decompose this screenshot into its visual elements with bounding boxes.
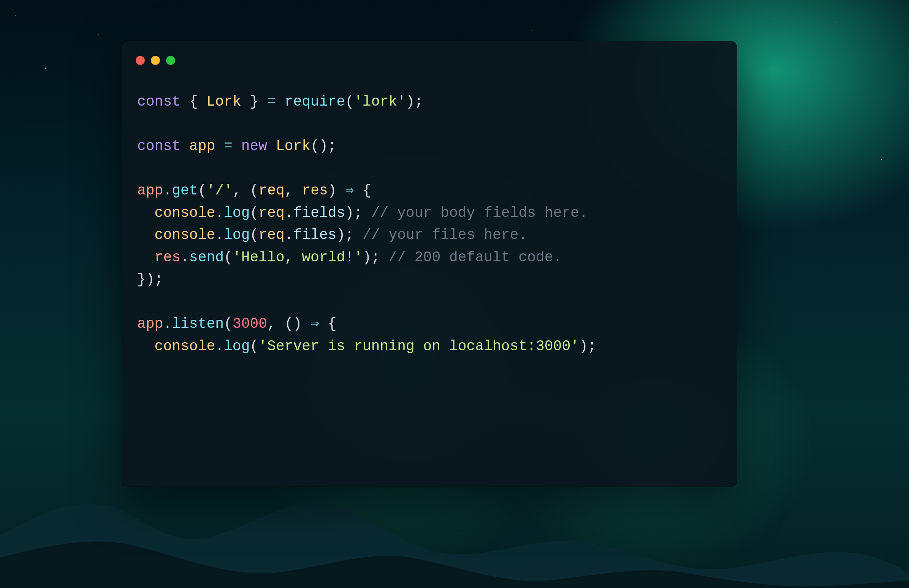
fn-log: log: [224, 338, 250, 354]
identifier-req: req: [259, 205, 284, 221]
string-lork: 'lork': [354, 94, 406, 110]
indent: [137, 227, 155, 243]
comma: ,: [285, 183, 293, 199]
string-slash: '/': [206, 183, 232, 199]
code-line: const { Lork } = require('lork');: [137, 94, 423, 110]
dot: .: [215, 227, 224, 243]
dot: .: [285, 227, 293, 243]
operator-eq: =: [224, 138, 233, 154]
paren-open: (: [224, 249, 233, 265]
window-close-icon[interactable]: [136, 56, 145, 65]
keyword-const: const: [137, 138, 181, 154]
comment: // 200 default code.: [388, 249, 562, 265]
paren-open: (: [198, 183, 207, 199]
identifier-console: console: [155, 205, 215, 221]
code-window: const { Lork } = require('lork'); const …: [121, 41, 737, 487]
identifier-app: app: [189, 138, 215, 154]
identifier-console: console: [155, 227, 215, 243]
code-line: res.send('Hello, world!'); // 200 defaul…: [137, 249, 562, 265]
paren-close-semi: );: [406, 94, 423, 110]
comment: // your body fields here.: [371, 205, 588, 221]
operator-arrow: ⇒: [345, 183, 354, 199]
identifier-req: req: [259, 183, 284, 199]
paren-close: ): [328, 183, 337, 199]
fn-get: get: [172, 183, 197, 199]
code-line: });: [137, 271, 163, 288]
brace-close: }: [250, 94, 259, 110]
operator-eq: =: [267, 94, 276, 110]
object-app: app: [137, 316, 163, 332]
object-app: app: [137, 183, 163, 199]
fn-listen: listen: [172, 316, 224, 332]
paren-open: (: [345, 94, 354, 110]
brace-open: {: [328, 316, 337, 332]
property-files: files: [293, 227, 337, 243]
dot: .: [285, 205, 293, 221]
window-titlebar: [122, 41, 737, 68]
string-running: 'Server is running on localhost:3000': [259, 338, 579, 354]
identifier-lork: Lork: [206, 94, 241, 110]
paren-open: (: [250, 205, 259, 221]
comma: ,: [267, 316, 276, 332]
fn-require: require: [285, 94, 345, 110]
indent: [137, 249, 155, 265]
dot: .: [163, 183, 172, 199]
dot: .: [181, 249, 189, 265]
keyword-const: const: [137, 94, 181, 110]
identifier-req: req: [259, 227, 284, 243]
code-line: app.get('/', (req, res) ⇒ {: [137, 183, 371, 199]
paren-open: (: [250, 227, 259, 243]
code-line: console.log('Server is running on localh…: [137, 338, 597, 354]
operator-arrow: ⇒: [311, 316, 319, 332]
number-3000: 3000: [233, 316, 267, 332]
keyword-new: new: [241, 138, 267, 154]
identifier-res: res: [302, 183, 328, 199]
paren-close-semi: );: [362, 249, 380, 265]
dot: .: [215, 338, 224, 354]
identifier-console: console: [155, 338, 215, 354]
paren-open: (: [250, 338, 259, 354]
fn-log: log: [224, 227, 250, 243]
code-line: console.log(req.files); // your files he…: [137, 227, 527, 243]
paren-open: (: [250, 183, 259, 199]
paren-close-semi: );: [337, 227, 354, 243]
object-res: res: [155, 249, 181, 265]
comment: // your files here.: [362, 227, 527, 243]
dot: .: [163, 316, 172, 332]
block-close: });: [137, 271, 163, 288]
brace-open: {: [362, 183, 371, 199]
code-editor-content[interactable]: const { Lork } = require('lork'); const …: [122, 68, 737, 373]
identifier-lork: Lork: [276, 138, 311, 154]
dot: .: [215, 205, 224, 221]
code-line: app.listen(3000, () ⇒ {: [137, 316, 337, 332]
property-fields: fields: [293, 205, 345, 221]
code-line: console.log(req.fields); // your body fi…: [137, 205, 588, 221]
window-zoom-icon[interactable]: [166, 56, 175, 65]
code-line: const app = new Lork();: [137, 138, 337, 154]
string-hello: 'Hello, world!': [233, 249, 362, 265]
paren-close-semi: );: [345, 205, 362, 221]
comma: ,: [233, 183, 241, 199]
brace-open: {: [189, 94, 198, 110]
fn-send: send: [189, 249, 224, 265]
indent: [137, 338, 155, 354]
paren-close-semi: );: [579, 338, 597, 354]
parens-semi: ();: [311, 138, 336, 154]
indent: [137, 205, 155, 221]
window-minimize-icon[interactable]: [151, 56, 160, 65]
paren-open: (: [224, 316, 233, 332]
parens-unit: (): [285, 316, 302, 332]
fn-log: log: [224, 205, 250, 221]
